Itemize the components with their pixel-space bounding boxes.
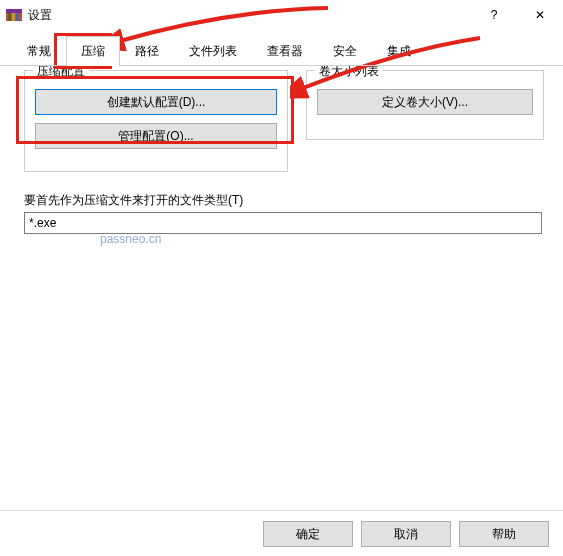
tab-general[interactable]: 常规 (12, 36, 66, 66)
define-volume-size-button[interactable]: 定义卷大小(V)... (317, 89, 533, 115)
ok-button[interactable]: 确定 (263, 521, 353, 547)
watermark-text: passneo.cn (100, 232, 161, 246)
tab-path[interactable]: 路径 (120, 36, 174, 66)
tab-strip: 常规 压缩 路径 文件列表 查看器 安全 集成 (0, 36, 563, 66)
dialog-footer: 确定 取消 帮助 (0, 510, 563, 556)
cancel-button[interactable]: 取消 (361, 521, 451, 547)
tab-integration[interactable]: 集成 (372, 36, 426, 66)
tab-label: 压缩 (81, 44, 105, 58)
filetypes-label: 要首先作为压缩文件来打开的文件类型(T) (24, 192, 243, 209)
window-title: 设置 (28, 7, 471, 24)
create-default-profile-button[interactable]: 创建默认配置(D)... (35, 89, 277, 115)
filetypes-input[interactable] (24, 212, 542, 234)
tab-label: 查看器 (267, 44, 303, 58)
tab-label: 文件列表 (189, 44, 237, 58)
close-icon: ✕ (535, 8, 545, 22)
tab-label: 安全 (333, 44, 357, 58)
tab-label: 常规 (27, 44, 51, 58)
help-button[interactable]: ? (471, 0, 517, 30)
svg-rect-3 (12, 13, 15, 21)
app-icon (6, 7, 22, 23)
tab-compression[interactable]: 压缩 (66, 36, 120, 66)
tab-label: 集成 (387, 44, 411, 58)
titlebar: 设置 ? ✕ (0, 0, 563, 30)
tab-filelist[interactable]: 文件列表 (174, 36, 252, 66)
tab-label: 路径 (135, 44, 159, 58)
groupbox-volume-sizes: 卷大小列表 定义卷大小(V)... (306, 70, 544, 140)
svg-rect-4 (16, 13, 19, 21)
help-icon: ? (491, 8, 498, 22)
help-button-footer[interactable]: 帮助 (459, 521, 549, 547)
tab-viewer[interactable]: 查看器 (252, 36, 318, 66)
manage-profiles-button[interactable]: 管理配置(O)... (35, 123, 277, 149)
svg-rect-2 (8, 13, 11, 21)
groupbox-compression-profiles: 压缩配置 创建默认配置(D)... 管理配置(O)... (24, 70, 288, 172)
tab-security[interactable]: 安全 (318, 36, 372, 66)
svg-rect-1 (6, 9, 22, 13)
close-button[interactable]: ✕ (517, 0, 563, 30)
